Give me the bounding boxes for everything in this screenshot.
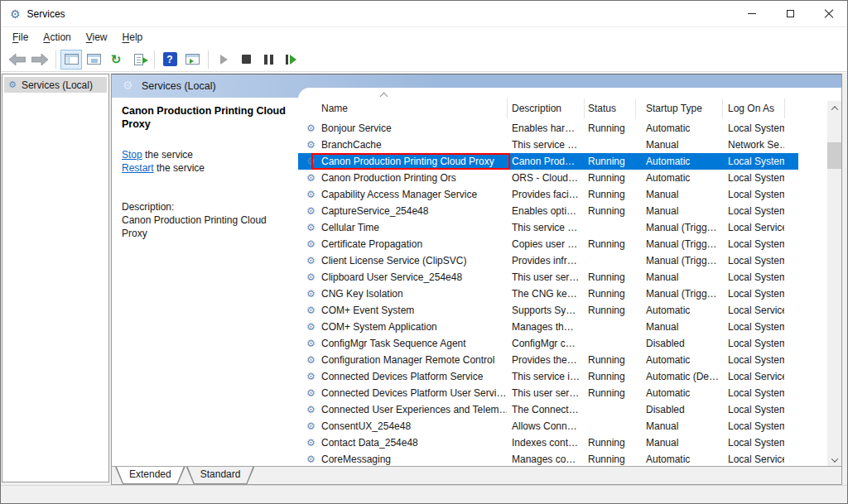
table-row[interactable]: ⚙Connected Devices Platform ServiceThis … — [298, 368, 798, 385]
service-status: Running — [584, 238, 635, 250]
table-row[interactable]: ⚙Client License Service (ClipSVC)Provide… — [298, 252, 798, 269]
table-row[interactable]: ⚙Connected User Experiences and Telem…Th… — [298, 401, 798, 418]
back-button[interactable] — [7, 50, 28, 70]
service-action-line: Restart the service — [122, 161, 287, 175]
forward-button[interactable] — [29, 50, 51, 70]
toolbar-separator — [55, 50, 56, 69]
table-row[interactable]: ⚙Contact Data_254e48Indexes cont…Running… — [298, 434, 798, 451]
refresh-button[interactable]: ↻ — [105, 50, 127, 70]
table-row[interactable]: ⚙CoreMessagingManages co…RunningAutomati… — [298, 451, 798, 467]
tab-standard[interactable]: Standard — [186, 467, 255, 484]
service-status: Running — [584, 271, 635, 283]
column-separator[interactable] — [635, 98, 636, 118]
service-name: CoreMessaging — [320, 454, 507, 465]
service-log-on-as: Local System — [722, 122, 784, 134]
service-log-on-as: Local System — [722, 354, 784, 366]
menu-item-action[interactable]: Action — [36, 27, 78, 47]
table-row[interactable]: ⚙Capability Access Manager ServiceProvid… — [298, 186, 798, 203]
console-tree-icon — [65, 54, 79, 65]
service-startup-type: Manual (Trigg… — [635, 238, 722, 250]
description-text: Canon Production Printing Cloud Proxy — [122, 214, 279, 240]
vertical-scrollbar[interactable] — [827, 101, 841, 467]
export-list-button[interactable] — [128, 50, 149, 70]
scroll-up-button[interactable] — [827, 101, 841, 115]
column-header-name[interactable]: Name — [321, 103, 348, 114]
stop-service-button[interactable] — [235, 50, 257, 70]
extended-view-button[interactable] — [181, 50, 203, 70]
table-row[interactable]: ⚙BranchCacheThis service …ManualNetwork … — [298, 137, 798, 153]
tree-item-services-local[interactable]: ⚙ Services (Local) — [4, 77, 107, 93]
restart-service-link[interactable]: Restart — [122, 162, 154, 174]
service-startup-type: Automatic — [635, 454, 722, 465]
start-service-button[interactable] — [213, 50, 234, 70]
tab-extended[interactable]: Extended — [115, 467, 186, 484]
service-log-on-as: Network Se… — [722, 139, 784, 151]
table-row[interactable]: ⚙Bonjour ServiceEnables har…RunningAutom… — [298, 120, 798, 137]
window-title: Services — [27, 8, 65, 20]
scroll-down-button[interactable] — [827, 453, 841, 467]
service-gear-icon: ⚙ — [298, 289, 320, 299]
export-list-icon — [134, 54, 143, 65]
tab-label: Standard — [200, 468, 241, 480]
service-name: Canon Production Printing Ors — [320, 172, 507, 184]
table-row[interactable]: ⚙Clipboard User Service_254e48This user … — [298, 269, 798, 286]
table-row[interactable]: ⚙ConsentUX_254e48Allows Conn…ManualLocal… — [298, 418, 798, 434]
service-status: Running — [584, 205, 635, 217]
service-status: Running — [584, 156, 635, 167]
service-log-on-as: Local System — [722, 387, 784, 399]
service-gear-icon: ⚙ — [298, 388, 320, 398]
close-icon — [824, 9, 833, 18]
sort-ascending-icon — [380, 93, 388, 101]
service-status: Running — [584, 189, 635, 200]
column-header-startup-type[interactable]: Startup Type — [646, 103, 702, 114]
table-row[interactable]: ⚙Cellular TimeThis service …Manual (Trig… — [298, 219, 798, 236]
stop-service-link[interactable]: Stop — [122, 149, 142, 161]
service-log-on-as: Local System — [722, 321, 784, 333]
column-header-status[interactable]: Status — [588, 103, 616, 114]
column-header-description[interactable]: Description — [512, 103, 561, 114]
service-gear-icon: ⚙ — [298, 405, 320, 415]
column-separator[interactable] — [722, 98, 723, 118]
table-row[interactable]: ⚙COM+ System ApplicationManages th…Manua… — [298, 319, 798, 335]
show-console-tree-button[interactable] — [60, 50, 82, 70]
menu-item-help[interactable]: Help — [115, 27, 151, 47]
service-gear-icon: ⚙ — [298, 421, 320, 431]
table-row[interactable]: ⚙Canon Production Printing Cloud ProxyCa… — [298, 153, 798, 170]
tab-label: Extended — [129, 468, 171, 480]
close-button[interactable] — [809, 1, 847, 26]
properties-button[interactable] — [83, 50, 104, 70]
table-row[interactable]: ⚙Certificate PropagationCopies user …Run… — [298, 236, 798, 252]
column-header-log-on-as[interactable]: Log On As — [728, 103, 774, 114]
service-startup-type: Manual (Trigg… — [635, 255, 722, 266]
service-gear-icon: ⚙ — [298, 272, 320, 282]
menu-item-file[interactable]: File — [5, 27, 36, 47]
table-row[interactable]: ⚙ConfigMgr Task Sequence AgentConfigMgr … — [298, 335, 798, 352]
table-row[interactable]: ⚙Configuration Manager Remote ControlPro… — [298, 352, 798, 368]
service-description: This service … — [507, 222, 584, 233]
pause-service-button[interactable] — [258, 50, 279, 70]
minimize-button[interactable] — [733, 1, 771, 26]
service-startup-type: Manual — [635, 271, 722, 283]
toolbar-separator — [154, 50, 155, 69]
maximize-icon — [787, 10, 794, 17]
service-gear-icon: ⚙ — [298, 454, 320, 464]
table-row[interactable]: ⚙CaptureService_254e48Enables opti…Runni… — [298, 203, 798, 219]
table-row[interactable]: ⚙COM+ Event SystemSupports Sy…RunningAut… — [298, 302, 798, 319]
table-row[interactable]: ⚙CNG Key IsolationThe CNG ke…RunningManu… — [298, 286, 798, 302]
column-separator[interactable] — [584, 98, 585, 118]
menu-item-view[interactable]: View — [79, 27, 115, 47]
table-row[interactable]: ⚙Connected Devices Platform User Servi…T… — [298, 385, 798, 401]
column-separator[interactable] — [784, 98, 785, 118]
service-log-on-as: Local System — [722, 404, 784, 415]
column-separator[interactable] — [507, 98, 508, 118]
status-bar — [1, 485, 847, 503]
restart-service-button[interactable] — [280, 50, 301, 70]
help-button[interactable]: ? — [159, 50, 181, 70]
minimize-icon — [748, 13, 756, 14]
service-name: CNG Key Isolation — [320, 288, 507, 300]
scrollbar-thumb[interactable] — [827, 142, 841, 169]
help-icon: ? — [163, 52, 177, 66]
maximize-button[interactable] — [771, 1, 809, 26]
extended-view-icon — [186, 54, 200, 65]
table-row[interactable]: ⚙Canon Production Printing OrsORS - Clou… — [298, 170, 798, 186]
